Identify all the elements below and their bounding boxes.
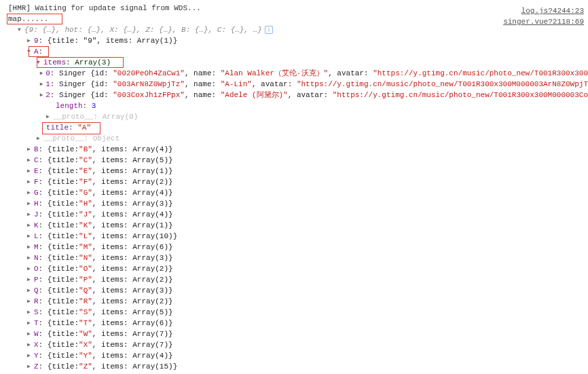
property-value: Array(3) <box>75 57 111 68</box>
object-entry-W[interactable]: W: {title: "W", items: Array(7)} <box>3 329 588 339</box>
object-entry-M[interactable]: M: {title: "M", items: Array(6)} <box>3 242 588 253</box>
chevron-down-icon[interactable] <box>27 46 34 57</box>
object-entry-T[interactable]: T: {title: "T", items: Array(6)} <box>3 318 588 329</box>
chevron-right-icon[interactable] <box>27 339 34 350</box>
property-value: {title: <box>48 329 79 339</box>
object-summary-text: {9: {…}, hot: {…}, X: {…}, Z: {…}, B: {…… <box>24 24 262 35</box>
property-key: M <box>34 242 39 253</box>
object-entry-X[interactable]: X: {title: "X", items: Array(7)} <box>3 339 588 350</box>
object-entry-L[interactable]: L: {title: "L", items: Array(10)} <box>3 231 588 242</box>
property-key: F <box>34 176 39 187</box>
chevron-down-icon[interactable] <box>37 57 43 68</box>
object-entry-F[interactable]: F: {title: "F", items: Array(2)} <box>3 176 588 187</box>
property-key: W <box>34 329 39 339</box>
chevron-right-icon[interactable] <box>27 350 34 361</box>
chevron-right-icon[interactable] <box>27 198 34 209</box>
chevron-down-icon[interactable] <box>18 24 24 35</box>
chevron-right-icon[interactable] <box>27 220 34 231</box>
array-length: length: 3 <box>3 100 588 111</box>
chevron-right-icon[interactable] <box>27 318 34 329</box>
object-entry-N[interactable]: N: {title: "N", items: Array(3)} <box>3 253 588 263</box>
class-name: Singer <box>59 90 90 100</box>
chevron-right-icon[interactable] <box>27 242 34 253</box>
chevron-right-icon[interactable] <box>40 90 46 100</box>
chevron-right-icon[interactable] <box>40 68 46 79</box>
class-name: Singer <box>59 68 90 79</box>
chevron-right-icon[interactable] <box>40 79 46 90</box>
property-value: 3 <box>92 100 96 111</box>
object-entry-A-items[interactable]: items: Array(3) <box>3 57 588 68</box>
property-value: {title: <box>48 242 79 253</box>
property-key: 9 <box>34 35 39 46</box>
chevron-right-icon[interactable] <box>27 285 34 296</box>
chevron-right-icon[interactable] <box>27 274 34 285</box>
property-value: {title: <box>48 198 79 209</box>
property-key: O <box>34 263 39 274</box>
chevron-right-icon[interactable] <box>27 35 34 46</box>
property-value: {title: <box>48 187 79 198</box>
singer-entry[interactable]: 2: Singer {id: "003CoxJh1zFPpx", name: "… <box>3 90 588 100</box>
log-line-hmr: [HMR] Waiting for update signal from WDS… <box>3 3 588 14</box>
singer-entry[interactable]: 1: Singer {id: "003ArN8Z0WpjTz", name: "… <box>3 79 588 90</box>
object-entry-A-title: title: "A" <box>3 122 588 133</box>
object-entry-P[interactable]: P: {title: "P", items: Array(2)} <box>3 274 588 285</box>
object-entry-K[interactable]: K: {title: "K", items: Array(1)} <box>3 220 588 231</box>
object-entry-C[interactable]: C: {title: "C", items: Array(5)} <box>3 155 588 166</box>
source-link-singer[interactable]: singer.vue?2118:69 <box>503 16 584 27</box>
property-value: {title: <box>48 274 79 285</box>
chevron-right-icon[interactable] <box>27 176 34 187</box>
object-entry-Q[interactable]: Q: {title: "Q", items: Array(3)} <box>3 285 588 296</box>
property-value: Object <box>93 133 120 144</box>
property-key: Y <box>34 350 39 361</box>
object-entry-E[interactable]: E: {title: "E", items: Array(1)} <box>3 166 588 176</box>
source-link-log[interactable]: log.js?4244:23 <box>521 5 584 16</box>
chevron-right-icon[interactable] <box>27 144 34 155</box>
object-entry-Y[interactable]: Y: {title: "Y", items: Array(4)} <box>3 350 588 361</box>
property-key: H <box>34 198 39 209</box>
property-value: {title: <box>48 361 79 372</box>
object-entry-R[interactable]: R: {title: "R", items: Array(2)} <box>3 296 588 307</box>
object-entry-S[interactable]: S: {title: "S", items: Array(5)} <box>3 307 588 318</box>
singer-entry[interactable]: 0: Singer {id: "0020PeOh4ZaCw1", name: "… <box>3 68 588 79</box>
object-entry-Z[interactable]: Z: {title: "Z", items: Array(15)} <box>3 361 588 372</box>
object-entry-J[interactable]: J: {title: "J", items: Array(4)} <box>3 209 588 220</box>
property-key: A <box>34 46 39 57</box>
object-entry-O[interactable]: O: {title: "O", items: Array(2)} <box>3 263 588 274</box>
object-summary-row[interactable]: {9: {…}, hot: {…}, X: {…}, Z: {…}, B: {…… <box>3 24 588 35</box>
property-key: B <box>34 144 39 155</box>
chevron-right-icon[interactable] <box>27 263 34 274</box>
object-entry-B[interactable]: B: {title: "B", items: Array(4)} <box>3 144 588 155</box>
property-value: {title: <box>48 231 79 242</box>
object-entry-H[interactable]: H: {title: "H", items: Array(3)} <box>3 198 588 209</box>
chevron-right-icon[interactable] <box>27 329 34 339</box>
chevron-right-icon[interactable] <box>27 209 34 220</box>
property-value: {title: <box>48 350 79 361</box>
log-line-map: map...... <box>3 14 588 24</box>
property-key: S <box>34 307 39 318</box>
chevron-right-icon[interactable] <box>27 187 34 198</box>
chevron-right-icon[interactable] <box>27 253 34 263</box>
property-value: {title: <box>48 263 79 274</box>
chevron-right-icon[interactable] <box>46 111 53 122</box>
copy-icon[interactable]: i <box>265 26 273 34</box>
object-entry-9[interactable]: 9: {title: "9", items: Array(1)} <box>3 35 588 46</box>
property-value: {title: <box>48 285 79 296</box>
property-key: G <box>34 187 39 198</box>
property-value: {title: <box>48 155 79 166</box>
property-key: J <box>34 209 39 220</box>
chevron-right-icon[interactable] <box>27 296 34 307</box>
chevron-right-icon[interactable] <box>27 361 34 372</box>
proto-object[interactable]: __proto__: Object <box>3 133 588 144</box>
object-entry-A[interactable]: A: <box>3 46 588 57</box>
chevron-right-icon[interactable] <box>27 155 34 166</box>
object-entry-G[interactable]: G: {title: "G", items: Array(4)} <box>3 187 588 198</box>
chevron-right-icon[interactable] <box>27 166 34 176</box>
property-value: {title: <box>48 253 79 263</box>
array-index: 1 <box>45 79 50 90</box>
chevron-right-icon[interactable] <box>37 133 43 144</box>
property-key: Q <box>34 285 39 296</box>
property-key: N <box>34 253 39 263</box>
proto-array[interactable]: __proto__: Array(0) <box>3 111 588 122</box>
chevron-right-icon[interactable] <box>27 231 34 242</box>
chevron-right-icon[interactable] <box>27 307 34 318</box>
